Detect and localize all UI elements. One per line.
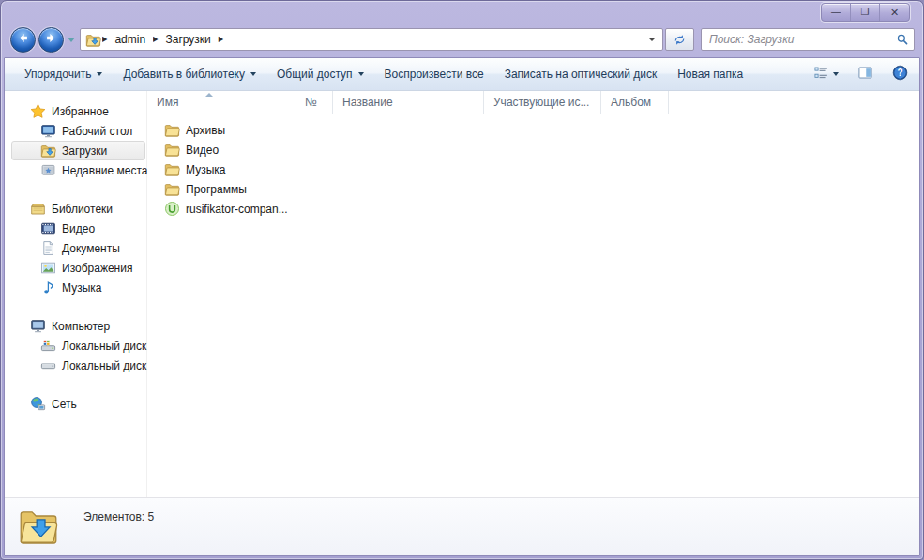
breadcrumb-separator-icon[interactable]: ▶ [152,35,159,43]
column-headers: Имя№НазваниеУчаствующие ис...Альбом [147,91,919,114]
folder-icon [164,161,180,177]
video-icon [40,220,56,236]
breadcrumb-separator-icon[interactable]: ▶ [218,35,224,43]
back-button[interactable] [10,27,36,53]
refresh-button[interactable] [665,28,694,51]
file-name: rusifikator-compan... [186,203,288,216]
network-icon [30,396,46,412]
chevron-down-icon [97,72,102,76]
sidebar-section-label: Компьютер [52,320,110,333]
forward-arrow-icon [44,31,58,48]
breadcrumb-separator-icon[interactable]: ▶ [101,35,108,43]
chevron-down-icon [250,72,256,76]
sidebar-item-label: Загрузки [62,144,107,158]
sidebar-section-computer[interactable]: Компьютер [5,316,146,336]
star-icon [30,103,46,119]
window-body: УпорядочитьДобавить в библиотекуОбщий до… [4,57,920,556]
sidebar-item-label: Недавние места [62,164,147,177]
breadcrumb-item[interactable]: admin [108,31,152,48]
sidebar-item-music[interactable]: Музыка [5,278,146,297]
title-bar[interactable]: —❐✕ [1,1,923,25]
sidebar-section-label: Сеть [52,398,77,411]
file-name: Видео [186,144,219,157]
sidebar-item-downloads[interactable]: Загрузки [11,141,145,160]
column-header[interactable]: Название [333,91,484,114]
sidebar-section-network[interactable]: Сеть [5,394,146,414]
toolbar-button-label: Общий доступ [277,68,353,81]
minimize-button[interactable]: — [822,4,851,21]
toolbar-button[interactable]: Упорядочить [14,63,113,85]
sidebar-item-label: Документы [62,242,120,255]
help-button[interactable]: ? [886,61,914,87]
downloads-folder-icon [85,32,101,48]
back-arrow-icon [16,31,30,48]
file-list[interactable]: АрхивыВидеоМузыкаПрограммыrusifikator-co… [147,114,919,497]
libraries-icon [30,201,46,217]
views-icon [813,65,829,83]
preview-pane-icon [857,65,873,83]
sidebar-item-videos[interactable]: Видео [5,219,146,238]
search-placeholder: Поиск: Загрузки [709,33,896,46]
column-header[interactable]: № [295,91,333,114]
toolbar-button[interactable]: Новая папка [667,63,753,85]
close-button[interactable]: ✕ [880,4,909,21]
sidebar-item-label: Локальный диск [62,340,146,353]
file-row[interactable]: Программы [147,179,919,199]
folder-icon [164,142,180,158]
sidebar-item-pictures[interactable]: Изображения [5,258,146,278]
search-icon[interactable] [896,33,909,46]
column-header[interactable]: Альбом [601,91,669,114]
sidebar-item-local-disk-c[interactable]: Локальный диск [5,336,146,356]
file-row[interactable]: Архивы [147,120,919,140]
refresh-icon [673,33,687,47]
sidebar-section-favorites[interactable]: Избранное [5,101,146,121]
toolbar-button[interactable]: Записать на оптический диск [494,63,668,85]
chevron-down-icon [648,38,656,41]
main-area: ИзбранноеРабочий столЗагрузкиНедавние ме… [5,91,919,497]
sidebar-item-local-disk-d[interactable]: Локальный диск [5,356,146,375]
views-button[interactable] [808,61,844,87]
column-header[interactable]: Имя [147,91,295,114]
window-controls: —❐✕ [821,3,910,22]
toolbar-button-label: Записать на оптический диск [505,68,658,81]
toolbar-button[interactable]: Добавить в библиотеку [113,63,266,85]
breadcrumb-item[interactable]: Загрузки [159,31,217,48]
explorer-window: —❐✕ ▶admin▶Загрузки▶ Поиск: Загрузки Упо… [0,0,924,560]
toolbar-button[interactable]: Воспроизвести все [374,63,494,85]
utorrent-file-icon [164,201,180,217]
column-header[interactable]: Участвующие ис... [484,91,601,114]
toolbar-button[interactable]: Общий доступ [266,63,374,85]
toolbar-button-label: Добавить в библиотеку [123,68,245,81]
command-toolbar: УпорядочитьДобавить в библиотекуОбщий до… [5,58,919,91]
maximize-button[interactable]: ❐ [851,4,880,21]
chevron-down-icon [358,72,364,76]
file-row[interactable]: Музыка [147,159,919,179]
sidebar-item-recent-places[interactable]: Недавние места [5,160,146,180]
downloads-folder-icon [40,143,56,159]
details-pane: Элементов: 5 [5,497,919,555]
file-name: Архивы [186,124,225,137]
search-box[interactable]: Поиск: Загрузки [701,28,915,51]
sidebar-section-libraries[interactable]: Библиотеки [5,199,146,219]
disk-system-icon [40,338,56,354]
chevron-down-icon [833,72,839,76]
sidebar-section-label: Избранное [52,105,109,118]
address-dropdown-button[interactable] [644,30,660,49]
column-header-filler [669,91,919,114]
address-bar[interactable]: ▶admin▶Загрузки▶ [80,28,663,51]
disk-icon [40,357,56,373]
sidebar-item-desktop[interactable]: Рабочий стол [5,121,146,141]
file-row[interactable]: Видео [147,140,919,159]
sidebar-item-documents[interactable]: Документы [5,238,146,258]
forward-button[interactable] [38,27,64,53]
file-row[interactable]: rusifikator-compan... [147,199,919,219]
preview-pane-button[interactable] [852,61,879,87]
breadcrumb: ▶admin▶Загрузки▶ [101,31,644,48]
toolbar-button-label: Упорядочить [24,68,91,81]
file-name: Музыка [186,163,225,176]
svg-text:?: ? [897,68,902,78]
toolbar-button-label: Воспроизвести все [385,68,484,81]
sidebar-section-label: Библиотеки [52,203,113,216]
recent-places-icon [40,162,56,178]
history-dropdown-icon[interactable] [68,38,75,42]
